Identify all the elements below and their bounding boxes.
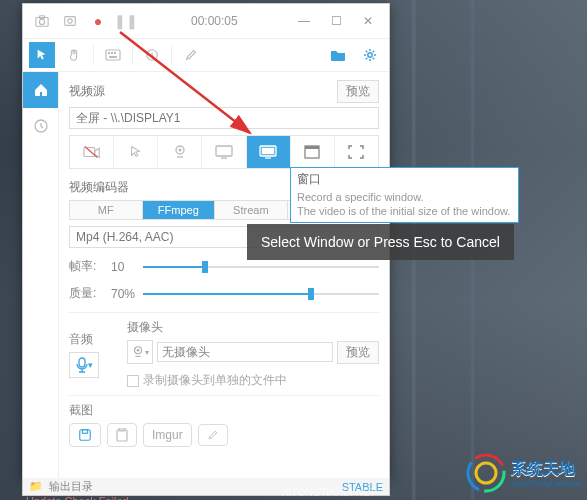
mode-window[interactable] xyxy=(291,136,335,168)
camera-preview-button[interactable]: 预览 xyxy=(337,341,379,364)
folder-icon[interactable] xyxy=(325,42,351,68)
pencil-icon[interactable] xyxy=(178,42,204,68)
capture-mode-row xyxy=(69,135,379,169)
pause-button[interactable]: ❚❚ xyxy=(113,8,139,34)
camera-select[interactable] xyxy=(157,342,333,362)
separate-file-label: 录制摄像头到单独的文件中 xyxy=(143,372,287,389)
titlebar: ● ❚❚ 00:00:05 — ☐ ✕ xyxy=(23,4,389,38)
video-source-input[interactable] xyxy=(69,107,379,129)
screenshot-edit-button[interactable] xyxy=(198,424,228,446)
quality-label: 质量: xyxy=(69,285,103,302)
folder-status-icon[interactable]: 📁 xyxy=(29,480,43,493)
separate-file-checkbox[interactable] xyxy=(127,375,139,387)
watermark-logo: 系统天地 www.XiTongTianDi.net xyxy=(465,452,581,494)
preview-button[interactable]: 预览 xyxy=(337,80,379,103)
svg-rect-5 xyxy=(106,50,120,60)
clock-icon[interactable] xyxy=(139,42,165,68)
hand-tool[interactable] xyxy=(61,42,87,68)
watermark-url: www.XiTongTianDi.net xyxy=(511,480,581,487)
svg-rect-13 xyxy=(83,148,94,157)
record-button[interactable]: ● xyxy=(85,8,111,34)
quality-value: 70% xyxy=(111,287,135,301)
svg-point-31 xyxy=(465,452,507,494)
svg-point-32 xyxy=(465,452,507,494)
webcam-icon[interactable]: ▾ xyxy=(127,340,153,364)
framerate-slider[interactable] xyxy=(143,260,379,274)
framerate-value: 10 xyxy=(111,260,135,274)
side-tab-recent[interactable] xyxy=(23,108,58,144)
toolbar xyxy=(23,38,389,72)
encoder-tab-ffmpeg[interactable]: FFmpeg xyxy=(143,200,216,220)
minimize-button[interactable]: — xyxy=(289,14,319,28)
mode-webcam[interactable] xyxy=(158,136,202,168)
svg-rect-21 xyxy=(305,146,319,149)
mode-screen[interactable] xyxy=(202,136,246,168)
tooltip-line1: Record a specific window. xyxy=(297,190,512,204)
svg-rect-3 xyxy=(65,17,76,26)
mode-region[interactable] xyxy=(335,136,378,168)
svg-rect-9 xyxy=(109,56,117,58)
svg-rect-7 xyxy=(111,52,113,54)
screenshot-title: 截图 xyxy=(69,402,379,419)
output-dir-label[interactable]: 输出目录 xyxy=(49,479,93,494)
svg-rect-8 xyxy=(114,52,116,54)
camera-title: 摄像头 xyxy=(127,319,379,336)
main-content: 视频源 预览 视频编码器 MF FFmpeg Stream SharpAvi xyxy=(59,72,389,478)
update-status: Update Check Failed xyxy=(26,495,129,500)
gear-icon[interactable] xyxy=(357,42,383,68)
camera-icon[interactable] xyxy=(29,8,55,34)
mode-no-video[interactable] xyxy=(70,136,114,168)
audio-title: 音频 xyxy=(69,331,119,348)
svg-rect-6 xyxy=(108,52,110,54)
framerate-label: 帧率: xyxy=(69,258,103,275)
svg-rect-17 xyxy=(216,146,232,156)
svg-point-4 xyxy=(68,19,72,23)
mic-button[interactable]: ▾ xyxy=(69,352,99,378)
svg-point-33 xyxy=(476,463,496,483)
screenshot-disk-button[interactable] xyxy=(69,423,101,447)
watermark-cn: 系统天地 xyxy=(511,460,575,477)
screenshot-clipboard-button[interactable] xyxy=(107,423,137,447)
close-button[interactable]: ✕ xyxy=(353,14,383,28)
quality-slider[interactable] xyxy=(143,287,379,301)
mode-desktop[interactable] xyxy=(247,136,291,168)
svg-point-16 xyxy=(178,149,181,152)
encoder-tab-mf[interactable]: MF xyxy=(69,200,143,220)
encoder-tab-stream[interactable]: Stream xyxy=(215,200,288,220)
tooltip: 窗口 Record a specific window. The video i… xyxy=(290,167,519,223)
screenshot-icon[interactable] xyxy=(57,8,83,34)
svg-point-2 xyxy=(39,19,44,24)
side-tabs xyxy=(23,72,59,478)
side-tab-home[interactable] xyxy=(23,72,58,108)
tooltip-line2: The video is of the initial size of the … xyxy=(297,204,512,218)
cursor-tool[interactable] xyxy=(29,42,55,68)
tooltip-title: 窗口 xyxy=(297,172,512,188)
timer: 00:00:05 xyxy=(191,14,238,28)
overlay-message: Select Window or Press Esc to Cancel xyxy=(247,224,514,260)
screenshot-imgur-button[interactable]: Imgur xyxy=(143,423,192,447)
svg-rect-25 xyxy=(80,430,91,441)
svg-rect-27 xyxy=(117,430,127,441)
mode-cursor[interactable] xyxy=(114,136,158,168)
video-source-title: 视频源 xyxy=(69,83,337,100)
svg-rect-22 xyxy=(79,358,85,367)
svg-point-24 xyxy=(137,349,140,352)
maximize-button[interactable]: ☐ xyxy=(321,14,351,28)
svg-line-14 xyxy=(84,147,97,158)
swirl-icon xyxy=(465,452,507,494)
svg-point-11 xyxy=(368,53,372,57)
svg-rect-26 xyxy=(82,430,87,434)
keyboard-icon[interactable] xyxy=(100,42,126,68)
svg-rect-19 xyxy=(262,148,274,154)
watermark-center: XITONGTIANDI NET xyxy=(282,487,376,498)
